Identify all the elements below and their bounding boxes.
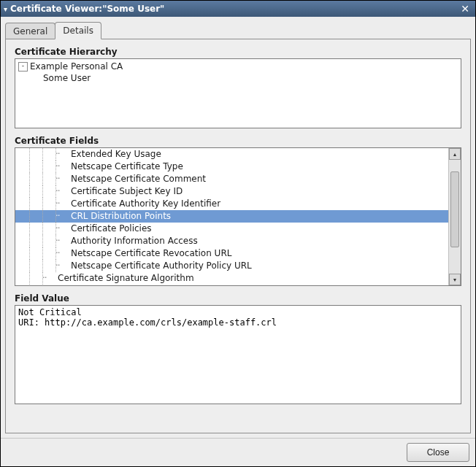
tab-general[interactable]: General xyxy=(5,23,55,39)
scroll-up-icon[interactable]: ▴ xyxy=(449,148,461,160)
fields-scrollbar[interactable]: ▴ ▾ xyxy=(448,148,461,285)
hierarchy-item-label: Some User xyxy=(43,73,91,83)
titlebar[interactable]: ▾ Certificate Viewer:"Some User" ✕ xyxy=(1,1,475,17)
collapse-icon[interactable]: - xyxy=(18,62,28,72)
field-label: Netscape Certificate Revocation URL xyxy=(71,248,231,258)
tabstrip: General Details xyxy=(1,17,475,39)
field-value-label: Field Value xyxy=(15,293,461,304)
field-row[interactable]: ··Certificate Signature Algorithm xyxy=(15,272,448,285)
field-label: Netscape Certificate Type xyxy=(71,161,183,171)
button-bar: Close xyxy=(1,438,475,466)
field-row[interactable]: ··Netscape Certificate Revocation URL xyxy=(15,247,448,260)
window-frame: ▾ Certificate Viewer:"Some User" ✕ Gener… xyxy=(0,0,476,467)
section-hierarchy: Certificate Hierarchy -Example Personal … xyxy=(15,47,461,128)
close-button[interactable]: Close xyxy=(407,443,469,462)
field-label: Certificate Authority Key Identifier xyxy=(71,198,220,209)
field-row[interactable]: ··CRL Distribution Points xyxy=(15,210,448,223)
field-row[interactable]: ··Netscape Certificate Authority Policy … xyxy=(15,260,448,272)
fields-list[interactable]: ··Extended Key Usage··Netscape Certifica… xyxy=(15,148,448,285)
tab-page-details: Certificate Hierarchy -Example Personal … xyxy=(5,39,471,433)
field-label: Netscape Certificate Authority Policy UR… xyxy=(71,260,252,271)
field-row[interactable]: ··Certificate Authority Key Identifier xyxy=(15,198,448,210)
titlebar-menu-icon[interactable]: ▾ xyxy=(4,5,7,13)
field-label: Authority Information Access xyxy=(71,236,198,246)
field-label: Netscape Certificate Comment xyxy=(71,174,206,184)
close-icon[interactable]: ✕ xyxy=(458,3,472,15)
scroll-thumb[interactable] xyxy=(450,171,459,248)
client-area: General Details Certificate Hierarchy -E… xyxy=(1,17,475,466)
tab-details[interactable]: Details xyxy=(55,22,101,39)
field-row[interactable]: ··Netscape Certificate Type xyxy=(15,161,448,173)
field-value-box[interactable]: Not Critical URI: http://ca.example.com/… xyxy=(15,305,461,404)
field-row[interactable]: ··Authority Information Access xyxy=(15,235,448,247)
window-title: Certificate Viewer:"Some User" xyxy=(10,4,458,14)
hierarchy-label: Certificate Hierarchy xyxy=(15,47,461,57)
field-row[interactable]: ··Extended Key Usage xyxy=(15,148,448,161)
field-row[interactable]: ··Certificate Policies xyxy=(15,223,448,235)
fields-label: Certificate Fields xyxy=(15,136,461,146)
hierarchy-tree[interactable]: -Example Personal CASome User xyxy=(15,58,461,128)
field-row[interactable]: ··Certificate Subject Key ID xyxy=(15,185,448,198)
hierarchy-item-label: Example Personal CA xyxy=(30,61,123,72)
field-label: Certificate Policies xyxy=(71,223,152,234)
scroll-down-icon[interactable]: ▾ xyxy=(449,274,461,285)
hierarchy-row[interactable]: -Example Personal CA xyxy=(18,61,458,72)
field-label: Extended Key Usage xyxy=(71,149,161,159)
field-label: CRL Distribution Points xyxy=(71,211,171,221)
hierarchy-row[interactable]: Some User xyxy=(18,72,458,84)
section-field-value: Field Value Not Critical URI: http://ca.… xyxy=(15,293,461,404)
field-label: Certificate Subject Key ID xyxy=(71,186,183,196)
field-row[interactable]: ··Netscape Certificate Comment xyxy=(15,173,448,185)
fields-box: ··Extended Key Usage··Netscape Certifica… xyxy=(15,147,461,286)
section-fields: Certificate Fields ··Extended Key Usage·… xyxy=(15,136,461,286)
field-label: Certificate Signature Algorithm xyxy=(58,273,194,283)
